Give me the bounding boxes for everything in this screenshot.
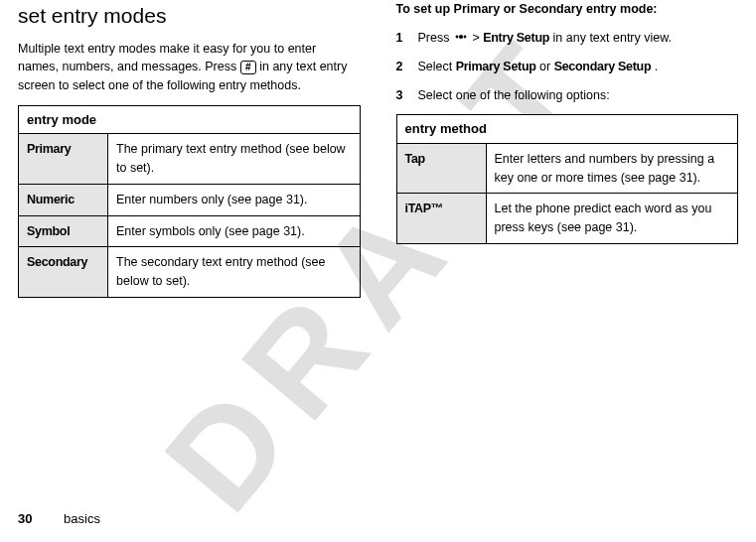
step-text: or bbox=[539, 60, 554, 73]
page-footer: 30 basics bbox=[18, 509, 100, 529]
center-key-icon bbox=[454, 29, 468, 48]
table-row: Primary The primary text entry method (s… bbox=[19, 134, 361, 185]
table-row: Secondary The secondary text entry metho… bbox=[19, 247, 361, 298]
setup-steps: Press > Entry Setup in any text entry vi… bbox=[396, 29, 739, 105]
method-name: Tap bbox=[405, 152, 425, 166]
page-content: set entry modes Multiple text entry mode… bbox=[18, 0, 738, 298]
step-text: > bbox=[472, 31, 483, 45]
svg-point-0 bbox=[456, 36, 459, 39]
entry-method-table: entry method Tap Enter letters and numbe… bbox=[396, 114, 739, 244]
intro-paragraph: Multiple text entry modes make it easy f… bbox=[18, 40, 361, 95]
step-text: Select bbox=[418, 60, 456, 73]
menu-label: Entry Setup bbox=[483, 31, 549, 45]
step-1: Press > Entry Setup in any text entry vi… bbox=[396, 29, 739, 48]
method-name: iTAP™ bbox=[405, 202, 444, 215]
menu-label: Primary Setup bbox=[456, 60, 536, 73]
mode-desc: Enter symbols only (see page 31). bbox=[108, 215, 361, 247]
step-text: . bbox=[655, 60, 658, 73]
step-text: Select one of the following options: bbox=[418, 86, 610, 105]
mode-name: Symbol bbox=[27, 224, 70, 238]
page-number: 30 bbox=[18, 511, 32, 526]
mode-desc: The primary text entry method (see below… bbox=[108, 134, 361, 185]
step-text: Press bbox=[418, 31, 453, 45]
table-row: Tap Enter letters and numbers by pressin… bbox=[396, 143, 738, 194]
table-row: Numeric Enter numbers only (see page 31)… bbox=[19, 184, 361, 215]
step-2: Select Primary Setup or Secondary Setup … bbox=[396, 58, 739, 76]
setup-subtitle: To set up Primary or Secondary entry mod… bbox=[396, 0, 739, 19]
mode-desc: Enter numbers only (see page 31). bbox=[108, 184, 361, 215]
entry-method-header: entry method bbox=[396, 115, 738, 144]
right-column: To set up Primary or Secondary entry mod… bbox=[396, 0, 739, 298]
table-row: iTAP™ Let the phone predict each word as… bbox=[396, 194, 738, 244]
left-column: set entry modes Multiple text entry mode… bbox=[18, 0, 361, 298]
svg-point-2 bbox=[464, 36, 467, 39]
entry-mode-table: entry mode Primary The primary text entr… bbox=[18, 105, 361, 298]
mode-name: Primary bbox=[27, 142, 71, 156]
menu-label: Secondary Setup bbox=[554, 60, 652, 73]
step-text: in any text entry view. bbox=[553, 31, 673, 45]
mode-name: Secondary bbox=[27, 255, 87, 269]
svg-point-1 bbox=[459, 35, 463, 39]
footer-section: basics bbox=[64, 511, 100, 526]
table-row: Symbol Enter symbols only (see page 31). bbox=[19, 215, 361, 247]
mode-name: Numeric bbox=[27, 193, 75, 206]
hash-key-icon: # bbox=[240, 61, 256, 74]
method-desc: Let the phone predict each word as you p… bbox=[486, 194, 738, 244]
entry-mode-header: entry mode bbox=[19, 105, 361, 134]
method-desc: Enter letters and numbers by pressing a … bbox=[486, 143, 738, 194]
mode-desc: The secondary text entry method (see bel… bbox=[108, 247, 361, 298]
section-heading: set entry modes bbox=[18, 0, 361, 32]
step-3: Select one of the following options: bbox=[396, 86, 739, 105]
